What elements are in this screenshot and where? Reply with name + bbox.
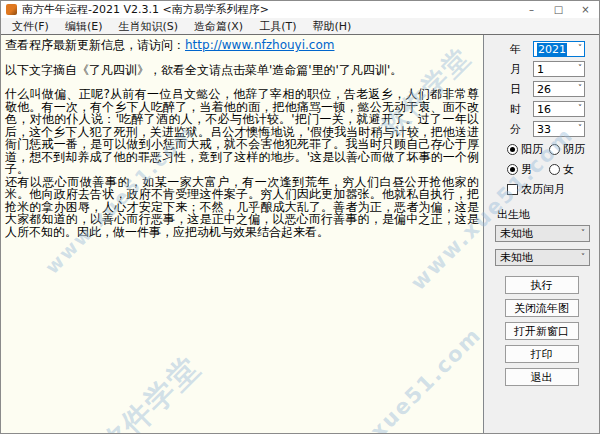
radio-unchecked-icon: [549, 164, 560, 175]
update-link[interactable]: http://www.nfzhouyi.com: [185, 38, 334, 52]
month-value: 1: [537, 63, 544, 76]
menu-fate-making[interactable]: 造命篇(X): [186, 19, 251, 34]
birthplace-label: 出生地: [497, 207, 599, 222]
menu-zodiac-knowledge[interactable]: 生肖知识(S): [110, 19, 186, 34]
chevron-down-icon[interactable]: ˅: [578, 85, 582, 93]
year-label: 年: [510, 42, 524, 57]
chevron-down-icon[interactable]: ˅: [581, 254, 585, 262]
window-title: 南方牛年运程-2021 V2.3.1 <南方易学系列程序>: [22, 2, 518, 17]
gender-group: 男 女: [507, 162, 599, 177]
open-new-window-button[interactable]: 打开新窗口: [505, 322, 579, 340]
chevron-down-icon[interactable]: ˅: [578, 65, 582, 73]
year-row: 年 2021 ˅: [510, 41, 599, 57]
radio-solar-label: 阳历: [521, 142, 543, 157]
year-select[interactable]: 2021 ˅: [533, 41, 585, 57]
close-annual-chart-button[interactable]: 关闭流年图: [505, 299, 579, 317]
day-value: 26: [537, 83, 551, 96]
radio-solar[interactable]: 阳历: [507, 142, 549, 157]
leap-month-option[interactable]: 农历闰月: [507, 182, 599, 197]
menu-bar: 文件(F) 编辑(E) 生肖知识(S) 造命篇(X) 工具(T) 帮助(H): [1, 18, 599, 35]
menu-tools[interactable]: 工具(T): [251, 19, 304, 34]
hour-row: 时 16 ˅: [510, 101, 599, 117]
minute-select[interactable]: 33 ˅: [533, 121, 585, 137]
close-icon[interactable]: ×: [572, 1, 599, 18]
minute-row: 分 33 ˅: [510, 121, 599, 137]
day-label: 日: [510, 82, 524, 97]
paragraph-1: 什么叫做偏、正呢?从前有一位吕文懿公，他辞了宰相的职位，告老返乡，人们都非常尊敬…: [5, 88, 479, 176]
minute-label: 分: [510, 122, 524, 137]
maximize-icon[interactable]: □: [545, 1, 572, 18]
hour-select[interactable]: 16 ˅: [533, 101, 585, 117]
document-text-area[interactable]: 查看程序最新更新信息，请访问：http://www.nfzhouyi.com 以…: [1, 35, 484, 433]
main-content: 查看程序最新更新信息，请访问：http://www.nfzhouyi.com 以…: [1, 35, 599, 433]
month-select[interactable]: 1 ˅: [533, 61, 585, 77]
month-row: 月 1 ˅: [510, 61, 599, 77]
checkbox-unchecked-icon: [507, 184, 518, 195]
minimize-icon[interactable]: –: [518, 1, 545, 18]
birthplace-select-1[interactable]: 未知地 ˅: [495, 225, 590, 242]
calendar-type-group: 阳历 阴历: [507, 142, 599, 157]
exit-button[interactable]: 退出: [505, 368, 579, 386]
month-label: 月: [510, 62, 524, 77]
leap-month-label: 农历闰月: [521, 182, 565, 197]
paragraph-2: 还有以恶心而做善事的，如某一家大富户，有一次逢到荒年，穷人们白昼公开抢他家的米。…: [5, 176, 479, 239]
minute-value: 33: [537, 123, 551, 136]
radio-female[interactable]: 女: [549, 162, 591, 177]
radio-unchecked-icon: [549, 144, 560, 155]
radio-checked-icon: [507, 144, 518, 155]
birthplace-value-1: 未知地: [500, 226, 533, 241]
menu-help[interactable]: 帮助(H): [304, 19, 359, 34]
birthplace-value-2: 未知地: [500, 250, 533, 265]
print-button[interactable]: 打印: [505, 345, 579, 363]
hour-label: 时: [510, 102, 524, 117]
radio-female-label: 女: [563, 162, 574, 177]
radio-lunar[interactable]: 阴历: [549, 142, 591, 157]
chevron-down-icon[interactable]: ˅: [581, 230, 585, 238]
radio-male[interactable]: 男: [507, 162, 549, 177]
day-row: 日 26 ˅: [510, 81, 599, 97]
menu-file[interactable]: 文件(F): [4, 19, 57, 34]
intro-line: 以下文字摘自《了凡四训》，欲看全文请点击菜单'造命篇'里的'了凡四训'。: [5, 64, 479, 77]
chevron-down-icon[interactable]: ˅: [578, 125, 582, 133]
radio-male-label: 男: [521, 162, 532, 177]
hour-value: 16: [537, 103, 551, 116]
app-icon: [6, 4, 17, 15]
window-controls: – □ ×: [518, 1, 599, 18]
update-notice-text: 查看程序最新更新信息，请访问：: [5, 38, 185, 52]
chevron-down-icon[interactable]: ˅: [578, 45, 582, 53]
button-stack: 执行 关闭流年图 打开新窗口 打印 退出: [484, 276, 599, 386]
menu-edit[interactable]: 编辑(E): [57, 19, 111, 34]
radio-lunar-label: 阴历: [563, 142, 585, 157]
execute-button[interactable]: 执行: [505, 276, 579, 294]
year-value: 2021: [537, 43, 567, 56]
radio-checked-icon: [507, 164, 518, 175]
title-bar: 南方牛年运程-2021 V2.3.1 <南方易学系列程序> – □ ×: [1, 1, 599, 18]
update-notice: 查看程序最新更新信息，请访问：http://www.nfzhouyi.com: [5, 39, 479, 52]
control-panel: 年 2021 ˅ 月 1 ˅ 日 26 ˅: [484, 35, 599, 433]
chevron-down-icon[interactable]: ˅: [578, 105, 582, 113]
day-select[interactable]: 26 ˅: [533, 81, 585, 97]
birthplace-select-2[interactable]: 未知地 ˅: [495, 249, 590, 266]
app-window: 南方牛年运程-2021 V2.3.1 <南方易学系列程序> – □ × 文件(F…: [0, 0, 600, 434]
